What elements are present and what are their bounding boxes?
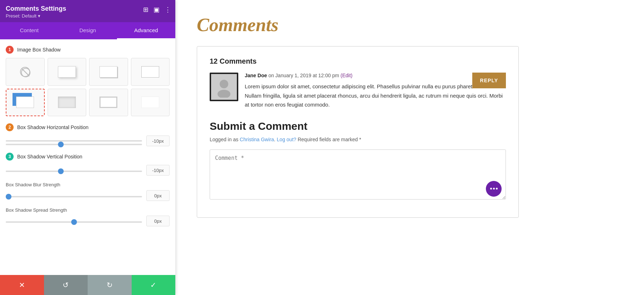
vertical-slider-row: -10px (6, 165, 170, 176)
shadow-option-3[interactable] (131, 58, 170, 86)
horizontal-slider-control: -10px (6, 136, 170, 146)
horizontal-slider-value: -10px (146, 136, 170, 146)
blur-slider-row: 0px (6, 190, 170, 201)
no-shadow-icon (20, 67, 30, 77)
comments-box: 12 Comments Jane Doe on January 1, 2019 … (197, 46, 519, 218)
panel-header: Comments Settings Preset: Default ▾ ⊞ ▣ … (0, 0, 175, 22)
submit-section: Submit a Comment Logged in as Christina … (210, 120, 506, 201)
section-num-1: 1 (6, 46, 14, 54)
shadow-preview-3 (141, 66, 159, 78)
shadow-option-6[interactable] (89, 89, 128, 117)
comments-count: 12 Comments (210, 57, 506, 65)
reply-button[interactable]: REPLY (472, 73, 506, 88)
section-label-2: Box Shadow Horizontal Position (17, 124, 88, 130)
dot-3 (496, 188, 498, 190)
comment-body: Jane Doe on January 1, 2019 at 12:00 pm … (245, 73, 506, 109)
tab-advanced[interactable]: Advanced (117, 22, 175, 39)
undo-icon: ↺ (63, 281, 69, 289)
spread-slider[interactable] (6, 221, 142, 223)
panel-toolbar: ✕ ↺ ↻ ✓ (0, 275, 175, 295)
shadow-preview-1 (58, 66, 76, 78)
save-icon: ✓ (150, 281, 156, 289)
spread-slider-value: 0px (146, 216, 170, 226)
user-link[interactable]: Christina Gwira (240, 137, 274, 142)
shadow-preset-grid (6, 58, 170, 116)
shadow-option-7[interactable] (131, 89, 170, 117)
required-text: Required fields are marked * (298, 137, 361, 142)
section-num-2: 2 (6, 123, 14, 131)
shadow-option-none[interactable] (6, 58, 45, 86)
logged-in-label: Logged in as (210, 137, 238, 142)
floating-action-button[interactable] (486, 181, 502, 197)
floating-btn-dots (490, 188, 498, 190)
shadow-option-5[interactable] (48, 89, 87, 117)
tab-design[interactable]: Design (58, 22, 117, 39)
page-title: Comments (197, 14, 623, 35)
spread-slider-control: 0px (6, 216, 170, 226)
svg-point-0 (21, 68, 30, 77)
dot-1 (490, 188, 492, 190)
layout-icon[interactable]: ▣ (153, 6, 160, 14)
comment-author: Jane Doe (245, 73, 267, 78)
logout-link[interactable]: Log out? (277, 137, 297, 142)
shadow-preview-5 (58, 97, 76, 108)
section-label-3: Box Shadow Vertical Position (17, 154, 82, 159)
tab-content[interactable]: Content (0, 22, 58, 39)
horizontal-slider-row: -10px (6, 136, 170, 146)
svg-point-3 (218, 90, 230, 98)
redo-icon: ↻ (107, 281, 113, 289)
shadow-option-1[interactable] (48, 58, 87, 86)
dot-2 (493, 188, 495, 190)
logged-in-text: Logged in as Christina Gwira. Log out? R… (210, 137, 506, 142)
vertical-slider-control: -10px (6, 165, 170, 176)
horizontal-section-header: 2 Box Shadow Horizontal Position (6, 123, 170, 131)
vertical-slider-value: -10px (146, 165, 170, 176)
comment-textarea[interactable] (210, 149, 506, 200)
shadow-preview-2 (99, 66, 117, 78)
submit-title: Submit a Comment (210, 120, 506, 132)
comment-text: Lorem ipsum dolor sit amet, consectetur … (245, 82, 506, 109)
svg-line-1 (22, 69, 29, 76)
comment-textarea-wrap (210, 149, 506, 201)
panel-tabs: Content Design Advanced (0, 22, 175, 39)
panel-header-icons: ⊞ ▣ ⋮ (143, 6, 171, 14)
panel-preset[interactable]: Preset: Default ▾ (6, 13, 170, 19)
vertical-section-header: 3 Box Shadow Vertical Position (6, 153, 170, 161)
comment-date: on January 1, 2019 at 12:00 pm (268, 73, 339, 78)
comment-item: Jane Doe on January 1, 2019 at 12:00 pm … (210, 73, 506, 109)
cancel-icon: ✕ (19, 281, 25, 289)
blur-label: Box Shadow Blur Strength (6, 182, 170, 187)
save-button[interactable]: ✓ (132, 275, 176, 295)
shadow-option-4[interactable] (6, 89, 45, 117)
spread-label: Box Shadow Spread Strength (6, 207, 170, 213)
vertical-slider[interactable] (6, 171, 142, 172)
blur-slider-value: 0px (146, 190, 170, 201)
spread-slider-row: 0px (6, 216, 170, 226)
more-icon[interactable]: ⋮ (165, 6, 171, 14)
blur-slider-control: 0px (6, 190, 170, 201)
settings-panel: Comments Settings Preset: Default ▾ ⊞ ▣ … (0, 0, 175, 295)
section-num-3: 3 (6, 153, 14, 161)
preview-panel: Comments 12 Comments Jane Doe on January… (175, 0, 644, 295)
horizontal-slider-track (6, 140, 142, 142)
comment-meta: Jane Doe on January 1, 2019 at 12:00 pm … (245, 73, 506, 78)
shadow-option-2[interactable] (89, 58, 128, 86)
blur-slider[interactable] (6, 196, 142, 197)
cancel-button[interactable]: ✕ (0, 275, 44, 295)
horizontal-slider[interactable] (6, 144, 142, 145)
avatar (210, 73, 238, 101)
image-box-shadow-section-header: 1 Image Box Shadow (6, 46, 170, 54)
shadow-preview-4 (16, 97, 34, 108)
undo-button[interactable]: ↺ (44, 275, 88, 295)
panel-content: 1 Image Box Shadow (0, 39, 175, 275)
shadow-preview-6 (99, 97, 117, 108)
redo-button[interactable]: ↻ (88, 275, 132, 295)
shadow-preview-7 (141, 97, 159, 108)
svg-point-2 (220, 80, 228, 88)
section-label-1: Image Box Shadow (17, 47, 60, 53)
edit-link[interactable]: (Edit) (341, 73, 352, 78)
expand-icon[interactable]: ⊞ (143, 6, 148, 14)
